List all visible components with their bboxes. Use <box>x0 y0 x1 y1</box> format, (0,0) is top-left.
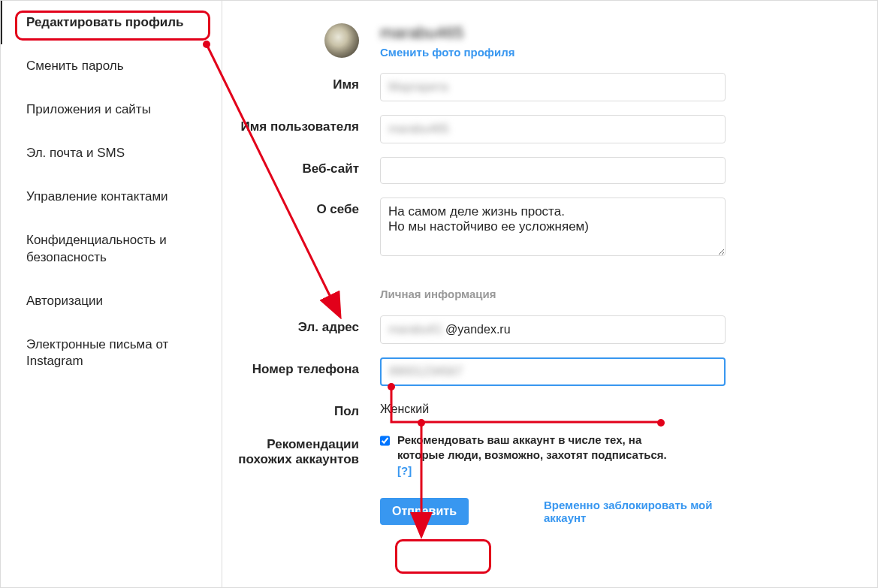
avatar[interactable] <box>324 23 359 58</box>
sidebar-item-apps-websites[interactable]: Приложения и сайты <box>1 88 222 131</box>
label-email: Эл. адрес <box>230 315 380 335</box>
label-gender: Пол <box>230 400 380 419</box>
username-input[interactable]: marabu465 <box>380 115 726 143</box>
label-username: Имя пользователя <box>230 115 380 134</box>
change-photo-link[interactable]: Сменить фото профиля <box>380 46 515 59</box>
website-input[interactable] <box>380 157 726 184</box>
sidebar-item-email-sms[interactable]: Эл. почта и SMS <box>1 131 222 175</box>
private-info-heading: Личная информация <box>380 288 726 300</box>
gender-value[interactable]: Женский <box>380 400 726 416</box>
submit-button[interactable]: Отправить <box>380 498 469 525</box>
email-input[interactable]: marabu61 @yandex.ru <box>380 315 726 344</box>
phone-input[interactable]: 89001234567 <box>380 357 726 386</box>
bio-textarea[interactable] <box>380 198 726 256</box>
edit-profile-form: marabu465 Сменить фото профиля Имя Марга… <box>222 1 877 587</box>
sidebar-item-edit-profile[interactable]: Редактировать профиль <box>1 1 222 44</box>
label-website: Веб-сайт <box>230 157 380 176</box>
sidebar-item-manage-contacts[interactable]: Управление контактами <box>1 175 222 219</box>
recommendations-description: Рекомендовать ваш аккаунт в числе тех, н… <box>397 433 680 478</box>
label-name: Имя <box>230 73 380 92</box>
name-input[interactable]: Маргарита <box>380 73 726 101</box>
label-recommendations: Рекомендации похожих аккаунтов <box>230 433 380 467</box>
recommendations-help-link[interactable]: [?] <box>397 464 412 477</box>
temporarily-disable-link[interactable]: Временно заблокировать мой аккаунт <box>544 499 726 524</box>
recommendations-checkbox[interactable] <box>380 435 390 447</box>
sidebar-item-login-activity[interactable]: Авторизации <box>1 279 222 323</box>
sidebar-item-change-password[interactable]: Сменить пароль <box>1 44 222 88</box>
sidebar-item-privacy-security[interactable]: Конфиденциальность и безопасность <box>1 219 222 279</box>
label-phone: Номер телефона <box>230 357 380 377</box>
settings-sidebar: Редактировать профиль Сменить пароль При… <box>1 1 222 587</box>
profile-username-heading: marabu465 <box>380 23 463 43</box>
sidebar-item-emails-from-instagram[interactable]: Электронные письма от Instagram <box>1 323 222 383</box>
label-bio: О себе <box>230 198 380 217</box>
